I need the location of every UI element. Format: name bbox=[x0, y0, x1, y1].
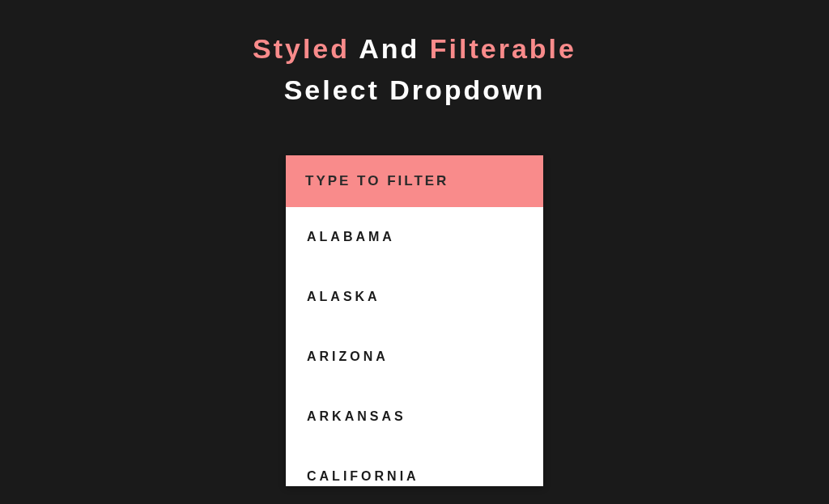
filter-input[interactable] bbox=[286, 155, 543, 207]
option-item[interactable]: ALABAMA bbox=[286, 207, 543, 267]
heading-line2: Select Dropdown bbox=[284, 74, 546, 105]
option-item[interactable]: CALIFORNIA bbox=[286, 447, 543, 486]
options-list[interactable]: ALABAMA ALASKA ARIZONA ARKANSAS CALIFORN… bbox=[286, 207, 543, 486]
option-item[interactable]: ALASKA bbox=[286, 267, 543, 327]
page-heading: Styled And Filterable Select Dropdown bbox=[0, 0, 829, 111]
heading-word-filterable: Filterable bbox=[430, 33, 576, 64]
heading-word-styled: Styled bbox=[253, 33, 350, 64]
heading-word-and: And bbox=[359, 33, 419, 64]
option-item[interactable]: ARKANSAS bbox=[286, 387, 543, 447]
dropdown-container: ALABAMA ALASKA ARIZONA ARKANSAS CALIFORN… bbox=[286, 155, 543, 486]
option-item[interactable]: ARIZONA bbox=[286, 327, 543, 387]
